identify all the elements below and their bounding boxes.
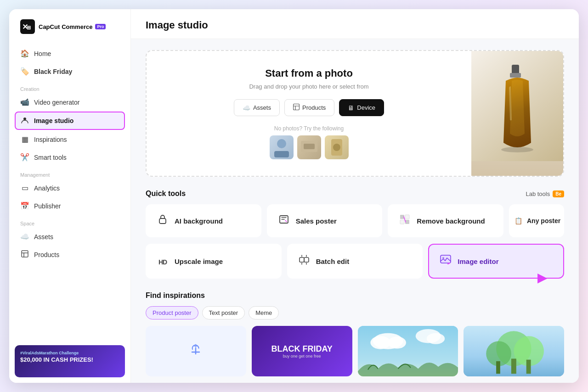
inspirations-header: Find inspirations bbox=[146, 291, 564, 300]
filter-product-poster[interactable]: Product poster bbox=[146, 306, 198, 319]
no-photos-label: No photos? Try the following bbox=[270, 125, 349, 132]
inspiration-plants[interactable] bbox=[464, 326, 564, 376]
svg-rect-40 bbox=[511, 358, 516, 374]
filter-meme[interactable]: Meme bbox=[249, 306, 279, 319]
svg-rect-7 bbox=[293, 104, 299, 110]
svg-rect-11 bbox=[274, 151, 289, 157]
sidebar-item-publisher[interactable]: 📅 Publisher bbox=[15, 197, 125, 214]
hero-title: Start from a photo bbox=[265, 67, 353, 79]
tool-upscale-image[interactable]: HD Upscale image bbox=[146, 244, 282, 279]
image-editor-icon bbox=[439, 254, 452, 269]
cloud-icon: ☁️ bbox=[243, 104, 250, 112]
products-label: Products bbox=[302, 104, 326, 111]
scissors-icon: ✂️ bbox=[20, 153, 29, 162]
sidebar-item-label: Video generator bbox=[34, 99, 79, 106]
sidebar-item-smart-tools[interactable]: ✂️ Smart tools bbox=[15, 149, 125, 166]
logo-text: CapCut Commerce Pro bbox=[39, 23, 106, 30]
page-title: Image studio bbox=[146, 19, 564, 31]
batch-icon bbox=[298, 254, 311, 268]
tool-ai-background[interactable]: AI background bbox=[146, 204, 261, 237]
tool-label: Remove background bbox=[417, 217, 485, 225]
main-header: Image studio bbox=[131, 9, 579, 39]
tool-remove-background[interactable]: Remove background bbox=[388, 204, 503, 237]
sidebar-item-label: Home bbox=[34, 50, 51, 57]
svg-point-15 bbox=[333, 144, 340, 151]
sidebar: ✕ ⊞ CapCut Commerce Pro 🏠 Home 🏷️ Black … bbox=[9, 9, 131, 383]
sidebar-item-products[interactable]: Products bbox=[15, 246, 125, 263]
svg-rect-41 bbox=[496, 361, 500, 374]
tool-any-poster[interactable]: 📋 Any poster bbox=[509, 204, 564, 237]
publisher-icon: 📅 bbox=[20, 202, 29, 210]
quick-tools-header: Quick tools Lab tools Be bbox=[146, 190, 564, 198]
remove-bg-icon bbox=[398, 214, 411, 228]
svg-point-35 bbox=[426, 333, 444, 344]
sidebar-item-label: Publisher bbox=[34, 202, 61, 210]
tool-label: Upscale image bbox=[175, 258, 223, 265]
cloud-icon: ☁️ bbox=[20, 232, 29, 241]
svg-rect-26 bbox=[300, 258, 304, 262]
cursor-pointer-icon: ▶ bbox=[537, 271, 547, 285]
hero-left-panel: Start from a photo Drag and drop your ph… bbox=[147, 51, 471, 176]
home-icon: 🏠 bbox=[20, 49, 29, 58]
sidebar-item-label: Inspirations bbox=[34, 136, 67, 143]
inspiration-upload-card[interactable] bbox=[146, 326, 246, 376]
sidebar-item-video-generator[interactable]: 📹 Video generator bbox=[15, 94, 125, 111]
svg-rect-27 bbox=[304, 258, 309, 262]
assets-label: Assets bbox=[253, 104, 271, 111]
tool-image-editor[interactable]: Image editor ▶ bbox=[428, 244, 564, 279]
sidebar-item-inspirations[interactable]: ▦ Inspirations bbox=[15, 131, 125, 148]
device-button[interactable]: 🖥 Device bbox=[339, 99, 384, 116]
svg-rect-42 bbox=[526, 360, 531, 374]
filter-text-poster[interactable]: Text poster bbox=[202, 306, 245, 319]
sidebar-item-label: Image studio bbox=[34, 117, 74, 124]
svg-point-32 bbox=[370, 336, 390, 349]
bf-text: black friday buy one get one free bbox=[271, 344, 332, 358]
svg-rect-13 bbox=[304, 144, 315, 149]
analytics-icon: ▭ bbox=[20, 184, 29, 192]
sidebar-item-label: Smart tools bbox=[34, 154, 67, 161]
sidebar-item-image-studio[interactable]: Image studio bbox=[15, 112, 125, 130]
products-button[interactable]: Products bbox=[284, 99, 334, 116]
assets-button[interactable]: ☁️ Assets bbox=[234, 99, 280, 116]
suggestion-thumb-2[interactable] bbox=[297, 135, 321, 159]
main-body: Start from a photo Drag and drop your ph… bbox=[131, 39, 579, 383]
svg-rect-24 bbox=[400, 220, 404, 224]
promo-banner[interactable]: #ViralAdsMarathon Challenge $20,000 IN C… bbox=[15, 345, 125, 377]
beta-badge: Be bbox=[553, 190, 564, 197]
inspirations-section: Find inspirations Product poster Text po… bbox=[146, 291, 564, 376]
quick-tools-title: Quick tools bbox=[146, 190, 186, 198]
logo: ✕ ⊞ CapCut Commerce Pro bbox=[9, 9, 130, 43]
svg-text:⊞: ⊞ bbox=[27, 25, 31, 30]
tool-label: Sales poster bbox=[296, 217, 337, 225]
svg-point-10 bbox=[277, 139, 286, 148]
inspirations-title: Find inspirations bbox=[146, 291, 205, 300]
video-icon: 📹 bbox=[20, 98, 29, 106]
sidebar-item-label: Black Friday bbox=[34, 68, 72, 75]
tool-label: Any poster bbox=[527, 217, 560, 224]
tool-batch-edit[interactable]: Batch edit bbox=[287, 244, 423, 279]
hero-product-image bbox=[471, 51, 563, 176]
tool-sales-poster[interactable]: Sales poster bbox=[267, 204, 383, 237]
banner-tag: #ViralAdsMarathon Challenge bbox=[20, 351, 119, 355]
sidebar-item-home[interactable]: 🏠 Home bbox=[15, 45, 125, 62]
suggestion-thumb-1[interactable] bbox=[270, 135, 294, 159]
sidebar-item-analytics[interactable]: ▭ Analytics bbox=[15, 179, 125, 196]
any-poster-icon: 📋 bbox=[514, 217, 522, 224]
suggestion-thumb-3[interactable] bbox=[325, 135, 349, 159]
hero-source-buttons: ☁️ Assets Products 🖥 Device bbox=[234, 99, 384, 116]
sidebar-item-black-friday[interactable]: 🏷️ Black Friday bbox=[15, 63, 125, 80]
monitor-icon: 🖥 bbox=[348, 104, 354, 112]
hero-suggestions: No photos? Try the following bbox=[270, 125, 349, 159]
lab-tools-badge: Lab tools Be bbox=[526, 190, 564, 197]
svg-point-3 bbox=[23, 118, 26, 120]
suggestion-thumbnails bbox=[270, 135, 349, 159]
hero-subtitle: Drag and drop your photo here or select … bbox=[249, 83, 368, 90]
main-content-area: Image studio Start from a photo Drag and… bbox=[131, 9, 579, 383]
inspiration-sky[interactable] bbox=[358, 326, 458, 376]
sidebar-item-label: Assets bbox=[34, 233, 53, 241]
sidebar-nav: 🏠 Home 🏷️ Black Friday Creation 📹 Video … bbox=[9, 43, 130, 340]
sidebar-item-assets[interactable]: ☁️ Assets bbox=[15, 228, 125, 245]
svg-point-19 bbox=[501, 147, 533, 152]
banner-cash: $20,000 IN CASH PRIZES! bbox=[20, 356, 119, 363]
inspiration-black-friday[interactable]: black friday buy one get one free bbox=[252, 326, 352, 376]
